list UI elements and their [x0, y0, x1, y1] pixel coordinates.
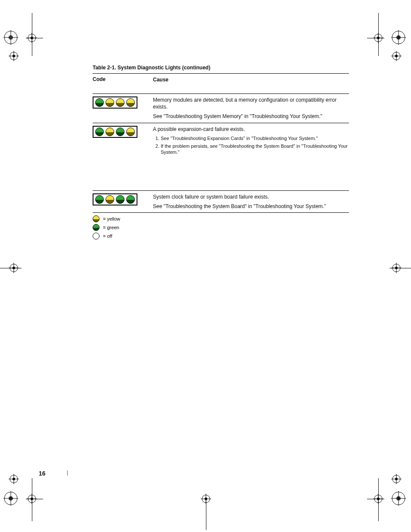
header-cause: Cause: [153, 76, 349, 83]
table-row: System clock failure or system board fai…: [93, 190, 349, 212]
led-yellow-icon: [106, 98, 114, 107]
led-yellow-icon: [126, 98, 135, 107]
led-green-icon: [126, 195, 135, 204]
legend-label: = green: [103, 225, 119, 230]
legend: = yellow = green = off: [93, 212, 349, 240]
legend-green: = green: [93, 224, 349, 231]
led-green-icon: [93, 224, 100, 231]
led-box: [93, 193, 137, 205]
cause-text: A possible expansion-card failure exists…: [153, 126, 349, 133]
led-green-icon: [116, 128, 125, 136]
svg-point-49: [396, 496, 401, 501]
cause-cell: Memory modules are detected, but a memor…: [153, 96, 349, 123]
table-row: A possible expansion-card failure exists…: [93, 123, 349, 190]
svg-point-1: [9, 35, 13, 40]
action-text: See "Troubleshooting System Memory" in "…: [153, 113, 349, 120]
led-yellow-icon: [106, 128, 114, 136]
led-off-icon: [93, 233, 100, 240]
svg-point-21: [395, 55, 398, 57]
svg-point-41: [12, 478, 15, 480]
led-box: [93, 96, 137, 109]
cause-text: System clock failure or system board fai…: [153, 193, 349, 200]
action-list: See "Troubleshooting Expansion Cards" in…: [161, 135, 349, 156]
footer-divider: [67, 470, 68, 476]
legend-off: = off: [93, 233, 349, 240]
table-row: Memory modules are detected, but a memor…: [93, 93, 349, 123]
svg-point-20: [392, 52, 400, 60]
legend-label: = yellow: [103, 216, 120, 221]
svg-point-13: [396, 35, 401, 40]
led-yellow-icon: [106, 195, 114, 204]
svg-point-56: [392, 475, 400, 483]
list-item: If the problem persists, see "Troublesho…: [161, 143, 349, 156]
led-green-icon: [95, 195, 104, 204]
header-code: Code: [93, 76, 153, 82]
led-green-icon: [116, 195, 125, 204]
svg-point-57: [395, 478, 398, 480]
cause-cell: System clock failure or system board fai…: [153, 193, 349, 212]
table-title: Table 2-1. System Diagnostic Lights (con…: [93, 65, 349, 71]
svg-point-48: [392, 492, 405, 505]
svg-point-0: [4, 31, 17, 44]
led-yellow-icon: [116, 98, 125, 107]
svg-point-32: [4, 492, 17, 505]
content-column: Table 2-1. System Diagnostic Lights (con…: [93, 65, 349, 241]
legend-label: = off: [103, 233, 112, 239]
cause-cell: A possible expansion-card failure exists…: [153, 126, 349, 157]
led-green-icon: [95, 98, 104, 107]
svg-point-12: [392, 31, 405, 44]
legend-yellow: = yellow: [93, 215, 349, 222]
led-yellow-icon: [126, 128, 135, 136]
table-header: Code Cause: [93, 73, 349, 93]
svg-point-33: [9, 496, 13, 501]
svg-point-9: [12, 55, 15, 57]
led-code: [93, 96, 153, 109]
page-number: 16: [39, 470, 46, 477]
svg-point-8: [10, 52, 18, 60]
led-yellow-icon: [93, 215, 100, 222]
led-code: [93, 193, 153, 205]
list-item: See "Troubleshooting Expansion Cards" in…: [161, 135, 349, 142]
cause-text: Memory modules are detected, but a memor…: [153, 96, 349, 110]
led-code: [93, 126, 153, 138]
led-box: [93, 126, 137, 138]
svg-point-40: [10, 475, 18, 483]
led-green-icon: [95, 128, 104, 136]
action-text: See "Troubleshooting the System Board" i…: [153, 203, 349, 210]
